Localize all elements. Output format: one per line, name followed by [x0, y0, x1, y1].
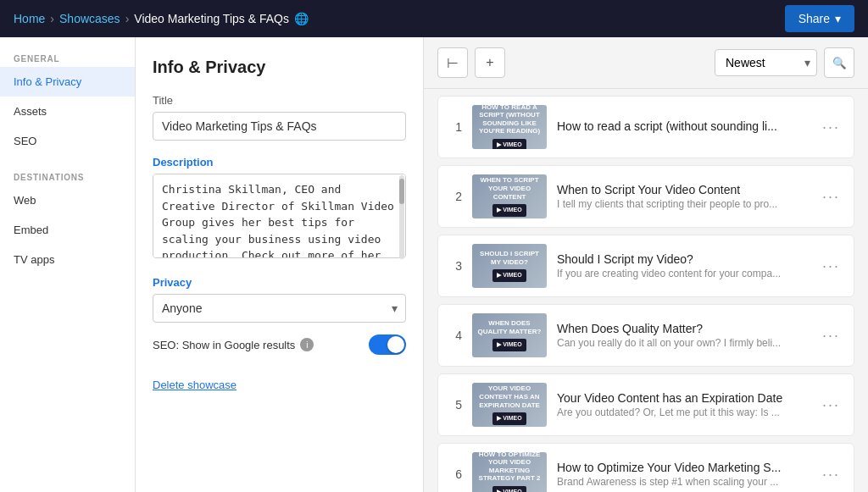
video-list-item[interactable]: 5 YOUR VIDEO CONTENT HAS AN EXPIRATION D…	[437, 373, 854, 436]
video-info: Your Video Content has an Expiration Dat…	[557, 391, 809, 418]
video-number: 2	[448, 190, 462, 203]
video-menu-icon[interactable]: ···	[819, 393, 843, 417]
video-desc: I tell my clients that scripting their p…	[557, 198, 809, 210]
video-info: How to read a script (without sounding l…	[557, 119, 809, 135]
video-number: 6	[448, 467, 462, 481]
breadcrumb-showcases[interactable]: Showcases	[59, 12, 120, 25]
title-input[interactable]	[153, 112, 406, 141]
sidebar-item-info-privacy[interactable]: Info & Privacy	[0, 67, 135, 97]
search-icon: 🔍	[832, 57, 847, 69]
breadcrumb-home[interactable]: Home	[14, 12, 45, 25]
video-list-item[interactable]: 1 HOW TO READ A SCRIPT (WITHOUT SOUNDING…	[437, 96, 854, 158]
title-field: Title	[153, 94, 406, 141]
first-page-icon: ⊢	[447, 55, 459, 71]
video-thumbnail: SHOULD I SCRIPT MY VIDEO? ▶ VIMEO	[472, 244, 547, 288]
seo-toggle-row: SEO: Show in Google results i	[153, 334, 406, 355]
sidebar-item-web[interactable]: Web	[0, 185, 135, 215]
right-toolbar: ⊢ + Newest Oldest Alphabetical Manual ▾ …	[424, 37, 868, 89]
video-menu-icon[interactable]: ···	[819, 254, 843, 279]
globe-icon[interactable]: 🌐	[294, 12, 309, 25]
toggle-slider	[369, 334, 406, 355]
video-info: Should I Script my Video? If you are cre…	[557, 252, 809, 279]
video-title: How to Optimize Your Video Marketing S..…	[557, 461, 809, 474]
main-content: Info & Privacy Title Description Christi…	[136, 37, 868, 492]
panel-title: Info & Privacy	[153, 58, 406, 77]
video-thumbnail: WHEN TO SCRIPT YOUR VIDEO CONTENT ▶ VIME…	[472, 174, 547, 218]
sidebar-destinations-label: Destinations	[0, 166, 135, 185]
video-desc: Can you really do it all on your own? I …	[557, 337, 809, 349]
sidebar-item-seo-label: SEO	[14, 135, 36, 147]
video-thumbnail: WHEN DOES QUALITY MATTER? ▶ VIMEO	[472, 313, 547, 357]
privacy-field: Privacy Anyone Only me Only people with …	[153, 276, 406, 323]
thumb-text: HOW TO READ A SCRIPT (WITHOUT SOUNDING L…	[472, 105, 547, 149]
video-title: When to Script Your Video Content	[557, 183, 809, 196]
breadcrumb-sep-2: ›	[125, 12, 130, 25]
textarea-scrollbar	[399, 175, 404, 259]
add-button[interactable]: +	[475, 47, 505, 78]
share-chevron-icon: ▾	[835, 12, 841, 25]
video-number: 5	[448, 398, 462, 412]
video-list: 1 HOW TO READ A SCRIPT (WITHOUT SOUNDING…	[424, 89, 868, 492]
thumb-text: SHOULD I SCRIPT MY VIDEO? ▶ VIMEO	[472, 244, 547, 288]
video-list-item[interactable]: 3 SHOULD I SCRIPT MY VIDEO? ▶ VIMEO Shou…	[437, 235, 854, 297]
privacy-select[interactable]: Anyone Only me Only people with link	[153, 294, 406, 323]
video-desc: If you are creating video content for yo…	[557, 268, 809, 279]
breadcrumb-current: Video Marketing Tips & FAQs	[134, 12, 289, 25]
privacy-select-wrap: Anyone Only me Only people with link ▾	[153, 294, 406, 323]
textarea-scrollbar-thumb	[399, 179, 404, 204]
video-desc: Brand Awareness is step #1 when scaling …	[557, 476, 809, 488]
layout: General Info & Privacy Assets SEO Destin…	[0, 37, 868, 492]
sidebar-item-tv-apps-label: TV apps	[14, 253, 54, 266]
video-number: 4	[448, 329, 462, 342]
video-title: When Does Quality Matter?	[557, 322, 809, 335]
sort-select[interactable]: Newest Oldest Alphabetical Manual	[715, 49, 817, 76]
video-info: When to Script Your Video Content I tell…	[557, 183, 809, 210]
thumb-text: WHEN TO SCRIPT YOUR VIDEO CONTENT ▶ VIME…	[472, 174, 547, 218]
sidebar-item-assets-label: Assets	[14, 105, 47, 118]
delete-showcase-link[interactable]: Delete showcase	[153, 379, 236, 391]
video-list-item[interactable]: 6 HOW TO OPTIMIZE YOUR VIDEO MARKETING S…	[437, 443, 854, 492]
sidebar: General Info & Privacy Assets SEO Destin…	[0, 37, 136, 492]
video-list-item[interactable]: 2 WHEN TO SCRIPT YOUR VIDEO CONTENT ▶ VI…	[437, 165, 854, 228]
sidebar-item-web-label: Web	[14, 194, 36, 207]
video-info: When Does Quality Matter? Can you really…	[557, 322, 809, 349]
sidebar-item-seo[interactable]: SEO	[0, 126, 135, 156]
video-menu-icon[interactable]: ···	[819, 323, 843, 348]
thumb-text: YOUR VIDEO CONTENT HAS AN EXPIRATION DAT…	[472, 383, 547, 427]
seo-toggle-label: SEO: Show in Google results i	[153, 338, 314, 351]
share-button[interactable]: Share ▾	[785, 5, 854, 32]
seo-info-icon[interactable]: i	[300, 338, 314, 351]
search-button[interactable]: 🔍	[824, 47, 854, 78]
sidebar-item-assets[interactable]: Assets	[0, 97, 135, 126]
description-field: Description Christina Skillman, CEO and …	[153, 156, 406, 261]
video-number: 1	[448, 120, 462, 134]
breadcrumb: Home › Showcases › Video Marketing Tips …	[14, 12, 309, 25]
right-panel: ⊢ + Newest Oldest Alphabetical Manual ▾ …	[424, 37, 868, 492]
share-label: Share	[798, 12, 830, 25]
sidebar-item-info-privacy-label: Info & Privacy	[14, 75, 81, 88]
thumb-text: HOW TO OPTIMIZE YOUR VIDEO MARKETING STR…	[472, 452, 547, 492]
thumb-text: WHEN DOES QUALITY MATTER? ▶ VIMEO	[472, 313, 547, 357]
description-label: Description	[153, 156, 406, 169]
sidebar-item-embed-label: Embed	[14, 224, 48, 236]
video-thumbnail: HOW TO OPTIMIZE YOUR VIDEO MARKETING STR…	[472, 452, 547, 492]
video-menu-icon[interactable]: ···	[819, 115, 843, 140]
video-thumbnail: YOUR VIDEO CONTENT HAS AN EXPIRATION DAT…	[472, 383, 547, 427]
video-list-item[interactable]: 4 WHEN DOES QUALITY MATTER? ▶ VIMEO When…	[437, 304, 854, 367]
video-title: How to read a script (without sounding l…	[557, 119, 809, 133]
video-menu-icon[interactable]: ···	[819, 462, 843, 487]
description-textarea[interactable]: Christina Skillman, CEO and Creative Dir…	[153, 174, 406, 258]
video-thumbnail: HOW TO READ A SCRIPT (WITHOUT SOUNDING L…	[472, 105, 547, 149]
sidebar-item-embed[interactable]: Embed	[0, 215, 135, 245]
seo-toggle[interactable]	[369, 334, 406, 355]
video-title: Should I Script my Video?	[557, 252, 809, 266]
privacy-label: Privacy	[153, 276, 406, 289]
add-icon: +	[486, 55, 493, 70]
sidebar-general-label: General	[0, 47, 135, 67]
sort-select-wrap: Newest Oldest Alphabetical Manual ▾	[715, 49, 817, 76]
toggle-thumb	[387, 336, 404, 353]
video-menu-icon[interactable]: ···	[819, 185, 843, 209]
left-panel: Info & Privacy Title Description Christi…	[136, 37, 424, 492]
first-page-button[interactable]: ⊢	[437, 47, 468, 78]
sidebar-item-tv-apps[interactable]: TV apps	[0, 245, 135, 274]
